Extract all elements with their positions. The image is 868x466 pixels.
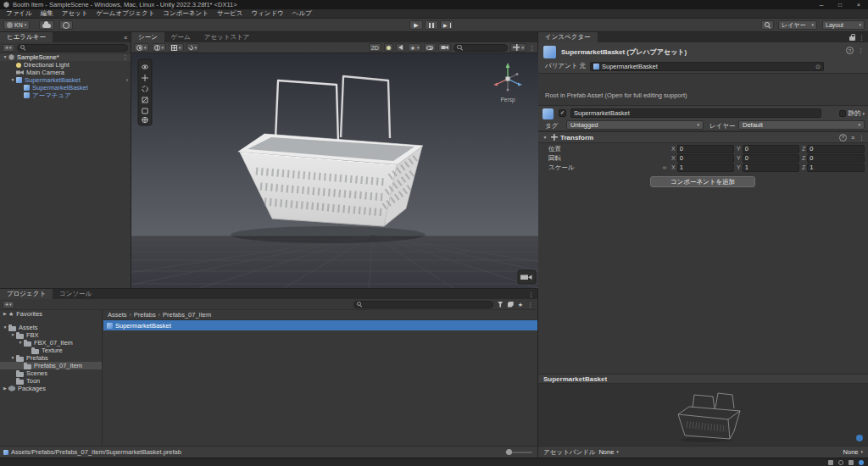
foldout-icon[interactable]: ▼ <box>9 333 16 337</box>
layers-dropdown[interactable]: レイヤー ▾ <box>778 20 817 30</box>
scene-visibility-toggle[interactable] <box>424 43 436 52</box>
scene-view-tab[interactable]: アセットストア <box>198 32 257 42</box>
scene-view-tab[interactable]: ゲーム <box>164 32 198 42</box>
rotation-x-input[interactable] <box>677 154 734 163</box>
context-menu-icon[interactable]: ⋮ <box>858 47 864 53</box>
tag-dropdown[interactable]: Untagged ▾ <box>566 120 704 130</box>
project-folder-row[interactable]: ▼Prefabs <box>0 354 102 362</box>
prefab-open-arrow[interactable]: › <box>126 77 128 83</box>
menu-item[interactable]: ウィンドウ <box>247 9 287 18</box>
project-folder-row[interactable]: ▼FBX_07_Item <box>0 339 102 347</box>
layer-dropdown[interactable]: Default ▾ <box>738 120 865 130</box>
project-folder-row[interactable]: ▶★Favorites <box>0 310 102 318</box>
scene-view-tab[interactable]: シーン <box>131 32 164 42</box>
layout-dropdown[interactable]: Layout ▾ <box>822 20 865 30</box>
hierarchy-row[interactable]: Main Camera <box>0 69 131 76</box>
menu-item[interactable]: サービス <box>213 9 248 18</box>
panel-menu-icon[interactable]: ≡ <box>124 35 127 41</box>
gameobject-name-field[interactable] <box>570 108 821 118</box>
camera-overlay-pill[interactable] <box>518 270 536 284</box>
asset-bundle-variant-dropdown[interactable]: None ▾ <box>843 448 863 456</box>
console-activity-icon[interactable] <box>828 460 833 465</box>
project-folder-row[interactable]: ▼Assets <box>0 324 102 331</box>
snap-dropdown[interactable]: ▾ <box>186 43 200 52</box>
scale-z-input[interactable] <box>807 164 865 172</box>
scene-menu-icon[interactable]: ⋮ <box>529 45 535 51</box>
static-checkbox[interactable] <box>839 110 846 117</box>
scale-y-input[interactable] <box>743 164 799 172</box>
close-button[interactable]: × <box>849 0 868 9</box>
foldout-icon[interactable]: ▼ <box>9 356 16 360</box>
project-folder-row[interactable]: ▼FBX <box>0 331 102 339</box>
tab-hierarchy[interactable]: ヒエラルキー <box>0 32 53 42</box>
tool-handle-position-dropdown[interactable]: ▾ <box>134 43 149 52</box>
step-button[interactable]: ▶ <box>440 20 453 30</box>
help-icon[interactable]: ? <box>846 47 854 54</box>
foldout-icon[interactable]: ▼ <box>2 55 8 59</box>
scene-camera-dropdown[interactable] <box>438 43 451 52</box>
asset-bundle-dropdown[interactable]: None ▾ <box>598 448 618 456</box>
search-button[interactable] <box>761 20 774 30</box>
scale-link-icon[interactable]: ∞ <box>660 164 669 170</box>
position-y-input[interactable] <box>743 145 799 153</box>
rotation-y-input[interactable] <box>743 154 799 163</box>
background-tasks-icon[interactable] <box>838 460 843 465</box>
2d-toggle[interactable]: 2D <box>369 43 381 52</box>
help-icon[interactable]: ? <box>839 134 847 141</box>
add-component-button[interactable]: コンポーネントを追加 <box>650 176 755 187</box>
context-menu-icon[interactable]: ⋮ <box>859 135 865 141</box>
menu-item[interactable]: ヘルプ <box>288 9 316 18</box>
pause-button[interactable] <box>425 20 438 30</box>
lock-icon[interactable] <box>849 36 855 41</box>
more-icon[interactable]: ⋮ <box>527 302 533 308</box>
foldout-icon[interactable]: ▼ <box>9 78 16 82</box>
account-dropdown[interactable]: KN ▾ <box>3 20 30 30</box>
search-by-type-icon[interactable] <box>498 302 504 308</box>
object-picker-icon[interactable]: ⊙ <box>815 64 821 69</box>
tab-inspector[interactable]: インスペクター <box>538 32 598 42</box>
scene-search-input[interactable] <box>465 45 504 51</box>
gizmos-dropdown[interactable]: ▾ <box>510 43 526 52</box>
project-folder-row[interactable]: ▶Packages <box>0 385 102 392</box>
play-button[interactable]: ▶ <box>409 20 423 30</box>
active-checkbox[interactable]: ✓ <box>559 109 566 117</box>
thumbnail-size-slider[interactable] <box>505 452 532 453</box>
save-search-icon[interactable]: ★ <box>518 302 523 308</box>
scene-viewport[interactable]: Persp <box>131 53 538 288</box>
rotation-z-input[interactable] <box>807 154 865 163</box>
breadcrumb-item[interactable]: Prefabs_07_Item <box>163 311 211 319</box>
audio-toggle[interactable] <box>396 43 405 52</box>
search-by-label-icon[interactable] <box>508 302 514 308</box>
panel-menu-icon[interactable]: ⋮ <box>528 291 534 297</box>
lighting-toggle[interactable] <box>384 43 393 52</box>
project-view-tab[interactable]: コンソール <box>53 289 98 299</box>
project-folder-row[interactable]: Scenes <box>0 369 102 377</box>
menu-item[interactable]: コンポーネント <box>159 9 213 18</box>
code-editor-status-icon[interactable] <box>849 460 854 465</box>
foldout-icon[interactable]: ▼ <box>542 136 548 140</box>
create-asset-button[interactable]: +▾ <box>3 301 14 308</box>
menu-item[interactable]: ゲームオブジェクト <box>92 9 159 18</box>
cloud-status-icon[interactable] <box>859 460 864 465</box>
project-search-input[interactable] <box>364 302 490 308</box>
cloud-button[interactable] <box>39 20 54 30</box>
project-folder-row[interactable]: Texture <box>0 347 102 354</box>
minimize-button[interactable]: ─ <box>812 0 831 9</box>
maximize-button[interactable]: □ <box>831 0 849 9</box>
tool-overlay[interactable] <box>138 59 152 125</box>
menu-item[interactable]: アセット <box>58 9 92 18</box>
version-control-button[interactable] <box>59 20 73 30</box>
foldout-icon[interactable]: ▼ <box>2 325 8 330</box>
project-folder-row[interactable]: Prefabs_07_Item <box>0 362 102 369</box>
position-x-input[interactable] <box>677 145 734 153</box>
scale-x-input[interactable] <box>677 164 734 172</box>
hierarchy-row[interactable]: Directional Light <box>0 61 131 69</box>
hierarchy-row[interactable]: ▼SupermarketBasket› <box>0 76 131 84</box>
foldout-icon[interactable]: ▶ <box>2 386 8 391</box>
effects-dropdown[interactable]: ★▾ <box>408 43 422 52</box>
hierarchy-row[interactable]: ▼SampleScene*⋮ <box>0 53 131 61</box>
hierarchy-row[interactable]: アーマチュア <box>0 92 131 99</box>
slider-handle[interactable] <box>506 449 512 455</box>
foldout-icon[interactable]: ▼ <box>17 341 24 345</box>
static-dropdown[interactable]: 静的 ▾ <box>839 109 865 118</box>
